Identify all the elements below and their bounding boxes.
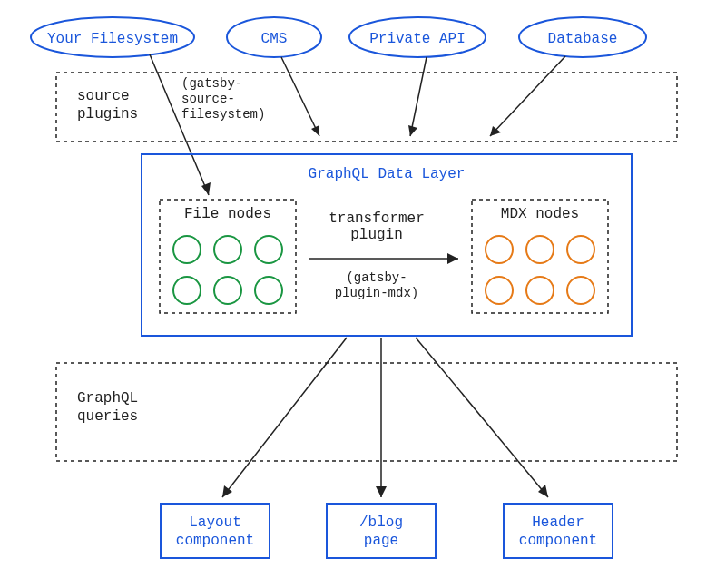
arrow-api [410, 57, 427, 136]
header-component-l2: component [519, 533, 597, 549]
file-node-circle [173, 236, 201, 263]
blog-page-l2: page [364, 533, 398, 549]
fs-plugin-l3: filesystem) [182, 107, 265, 122]
header-component-box [504, 504, 613, 558]
source-plugins-label-l1: source [77, 88, 130, 104]
blog-page-box [327, 504, 436, 558]
mdx-node-circle [486, 277, 513, 304]
mdx-node-circle [526, 277, 554, 304]
transformer-l1: transformer [329, 211, 425, 227]
arrow-db [490, 56, 565, 136]
arrow-api-head [408, 125, 417, 136]
graphql-queries-l1: GraphQL [77, 390, 138, 407]
source-database-label: Database [548, 31, 618, 47]
arrow-fs-head [201, 182, 211, 195]
layout-component-l2: component [176, 533, 254, 549]
file-node-circle [214, 236, 241, 263]
graphql-queries-box [56, 363, 677, 461]
file-node-circle [255, 277, 282, 304]
layout-component-l1: Layout [189, 514, 241, 531]
arrow-db-head [490, 126, 501, 136]
arrow-cms [281, 57, 319, 136]
diagram-svg: Your Filesystem CMS Private API Database… [0, 0, 726, 588]
file-node-circle [255, 236, 282, 263]
mdx-node-circle [567, 236, 594, 263]
fs-plugin-l2: source- [182, 92, 235, 106]
file-node-circle [214, 277, 241, 304]
source-plugins-box [56, 73, 677, 142]
mdx-node-circle [486, 236, 513, 263]
source-plugins-label-l2: plugins [77, 106, 138, 122]
transformer-l2: plugin [350, 227, 403, 243]
mdx-nodes-label: MDX nodes [501, 206, 579, 222]
graphql-queries-l2: queries [77, 408, 138, 425]
mdx-node-circle [526, 236, 554, 263]
fs-plugin-l1: (gatsby- [182, 76, 242, 91]
layout-component-box [161, 504, 270, 558]
mdx-node-circle [567, 277, 594, 304]
blog-page-l1: /blog [359, 514, 403, 531]
mdx-plugin-l1: (gatsby- [346, 270, 407, 285]
source-filesystem-label: Your Filesystem [47, 31, 178, 47]
file-nodes-label: File nodes [184, 206, 271, 222]
arrow-to-blog-head [376, 486, 387, 497]
arrow-transformer-head [447, 253, 458, 264]
source-private-api-label: Private API [369, 31, 466, 47]
data-layer-title: GraphQL Data Layer [309, 166, 466, 182]
arrow-to-layout [222, 338, 347, 497]
arrow-to-header [416, 338, 548, 497]
mdx-plugin-l2: plugin-mdx) [335, 286, 418, 300]
source-cms-label: CMS [261, 31, 288, 47]
header-component-l1: Header [532, 514, 584, 531]
file-node-circle [173, 277, 201, 304]
